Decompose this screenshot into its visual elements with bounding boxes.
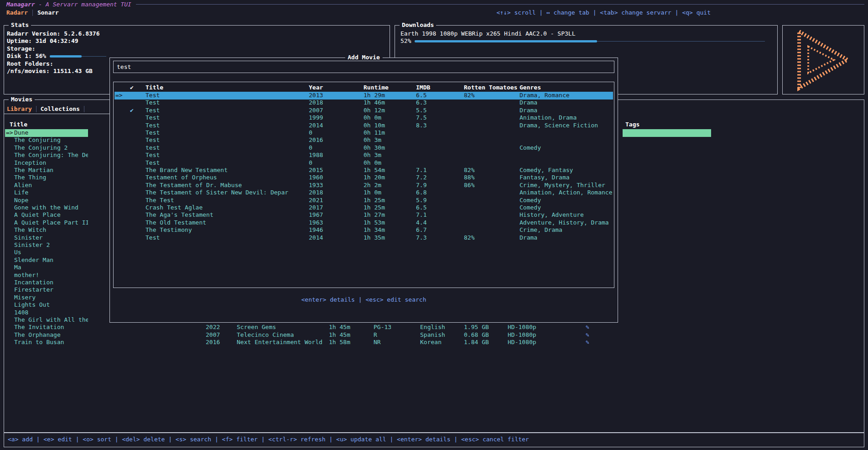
search-result-row[interactable]: The Testimony 1946 1h 34m 6.7 Crime, Dra… xyxy=(114,226,613,234)
tab-sonarr[interactable]: Sonarr xyxy=(37,9,59,16)
table-row[interactable]: 2007 Telecinco Cinema 1h 45m R Spanish 0… xyxy=(4,331,864,339)
search-result-row[interactable]: Test 0 0h 11m xyxy=(114,129,613,137)
movie-runtime: 1h 58m xyxy=(329,339,350,346)
list-item[interactable]: Firestarter xyxy=(5,286,88,294)
search-result-row[interactable]: ✔ Test 2007 0h 12m 5.5 Drama xyxy=(114,107,613,115)
tags-cell-selected[interactable] xyxy=(623,129,711,137)
list-item[interactable]: The Conjuring 2 xyxy=(5,144,88,152)
result-title: The Brand New Testament xyxy=(146,167,228,174)
result-rotten-tomatoes: 88% xyxy=(464,174,474,181)
list-item[interactable]: Ma xyxy=(5,264,88,272)
list-item[interactable]: Misery xyxy=(5,294,88,302)
list-item[interactable]: The Martian xyxy=(5,167,88,174)
list-item[interactable]: Nope xyxy=(5,197,88,204)
result-genres: Comedy xyxy=(520,144,541,152)
list-item[interactable]: => Dune xyxy=(5,129,88,137)
search-result-row[interactable]: => Test 2013 1h 29m 6.5 82% Drama, Roman… xyxy=(114,92,613,99)
list-item[interactable]: 1408 xyxy=(5,309,88,317)
result-runtime: 0h 12m xyxy=(364,107,385,114)
list-item[interactable]: The Conjuring xyxy=(5,136,88,144)
list-item[interactable]: Us xyxy=(5,249,88,256)
search-input[interactable] xyxy=(113,61,614,73)
pencil-icon: ✎ xyxy=(586,339,589,346)
search-result-row[interactable]: Testament of Orpheus 1960 1h 20m 7.2 88%… xyxy=(114,174,613,182)
search-result-row[interactable]: Test 2014 0h 10m 8.3 Drama, Science Fict… xyxy=(114,122,613,130)
result-genres: Drama, Science Fiction xyxy=(520,122,598,129)
downloads-panel-title: Downloads xyxy=(400,21,436,29)
search-result-row[interactable]: Test 2018 1h 46m 6.3 Drama xyxy=(114,99,613,107)
list-item[interactable]: Inception xyxy=(5,159,88,167)
list-item[interactable]: The Witch xyxy=(5,226,88,234)
result-year: 1946 xyxy=(309,226,323,234)
list-item[interactable]: Incantation xyxy=(5,279,88,287)
search-result-row[interactable]: The Testament of Sister New Devil: Depar… xyxy=(114,189,613,197)
list-item[interactable]: Slender Man xyxy=(5,256,88,264)
keybind-hints-bottom: <a> add | <e> edit | <o> sort | <del> de… xyxy=(8,436,529,443)
result-title: Test xyxy=(146,107,160,114)
movie-title: Inception xyxy=(14,159,46,167)
search-result-row[interactable]: The Old Testament 1963 1h 53m 4.4 Advent… xyxy=(114,219,613,227)
list-item[interactable]: Sinister 2 xyxy=(5,241,88,249)
list-item[interactable]: A Quiet Place xyxy=(5,211,88,219)
title-rule xyxy=(136,4,864,5)
movie-certification: R xyxy=(374,331,377,339)
movie-title: mother! xyxy=(14,272,39,279)
movie-quality: HD-1080p xyxy=(508,339,536,346)
search-result-row[interactable]: The Aga's Testament 1967 1h 27m 7.1 Hist… xyxy=(114,211,613,219)
tab-library[interactable]: Library xyxy=(7,105,32,113)
result-title: Crash Test Aglae xyxy=(146,204,203,211)
result-runtime: 1h 53m xyxy=(364,219,385,226)
stats-version: Radarr Version: 5.2.6.8376 xyxy=(7,30,387,37)
result-year: 0 xyxy=(309,129,312,136)
list-item[interactable]: Life xyxy=(5,189,88,197)
list-item[interactable]: The Thing xyxy=(5,174,88,182)
search-result-row[interactable]: The Testament of Dr. Mabuse 1933 2h 2m 7… xyxy=(114,182,613,189)
list-item[interactable]: A Quiet Place Part II xyxy=(5,219,88,227)
movie-title: Life xyxy=(14,189,28,196)
stats-uptime: Uptime: 31d 04:32:49 xyxy=(7,37,387,45)
search-result-row[interactable]: Test 1999 0h 0m 7.5 Animation, Drama xyxy=(114,114,613,122)
search-result-row[interactable]: Test 1988 0h 3m xyxy=(114,152,613,159)
result-imdb: 4.4 xyxy=(416,219,426,226)
table-row[interactable]: 2022 Screen Gems 1h 45m PG-13 English 1.… xyxy=(4,324,864,331)
list-item[interactable]: mother! xyxy=(5,272,88,279)
download-item: Earth 1998 1080p WEBRip x265 Hindi AAC2.… xyxy=(400,30,773,37)
table-row[interactable]: 2016 Next Entertainment World 1h 58m NR … xyxy=(4,339,864,346)
result-year: 2014 xyxy=(309,122,323,129)
movie-language: English xyxy=(420,324,445,331)
list-item[interactable]: The Conjuring: The De xyxy=(5,152,88,159)
result-title: Test xyxy=(146,234,160,241)
search-result-row[interactable]: Crash Test Aglae 2017 1h 25m 6.5 Comedy xyxy=(114,204,613,212)
list-item[interactable]: Alien xyxy=(5,182,88,189)
search-result-row[interactable]: The Brand New Testament 2015 1h 54m 7.1 … xyxy=(114,167,613,174)
result-imdb: 5.9 xyxy=(416,197,426,204)
movie-title: Sinister xyxy=(14,234,43,241)
list-item[interactable]: Sinister xyxy=(5,234,88,242)
tab-collections[interactable]: Collections xyxy=(41,105,80,113)
app-root: Managarr - A Servarr management TUI Rada… xyxy=(0,0,868,450)
search-result-row[interactable]: Test 2014 1h 35m 7.3 82% Drama xyxy=(114,234,613,242)
selection-marker: => xyxy=(115,92,123,99)
search-result-row[interactable]: test 0 0h 30m Comedy xyxy=(114,144,613,152)
list-item[interactable]: Lights Out xyxy=(5,301,88,309)
result-year: 2021 xyxy=(309,197,323,204)
movie-size: 0.68 GB xyxy=(464,331,489,339)
result-year: 1999 xyxy=(309,114,323,121)
result-runtime: 0h 11m xyxy=(364,129,385,136)
movie-title: Alien xyxy=(14,182,32,189)
list-item[interactable]: Gone with the Wind xyxy=(5,204,88,212)
movie-quality: HD-1080p xyxy=(508,324,536,331)
search-result-row[interactable]: Test 2016 0h 3m xyxy=(114,136,613,144)
movie-title: A Quiet Place Part II xyxy=(14,219,88,226)
list-item[interactable]: The Girl with All the xyxy=(5,316,88,324)
movie-title: The Conjuring: The De xyxy=(14,152,88,159)
stats-storage-label: Storage: xyxy=(7,45,387,52)
tab-divider xyxy=(36,106,36,112)
tab-radarr[interactable]: Radarr xyxy=(6,9,28,16)
search-result-row[interactable]: The Test 2021 1h 25m 5.9 Comedy xyxy=(114,197,613,204)
result-year: 2018 xyxy=(309,99,323,106)
selection-marker: => xyxy=(6,129,13,136)
search-result-row[interactable]: Test 0 0h 0m xyxy=(114,159,613,167)
movie-title: The Witch xyxy=(14,226,46,234)
result-runtime: 2h 2m xyxy=(364,182,381,189)
